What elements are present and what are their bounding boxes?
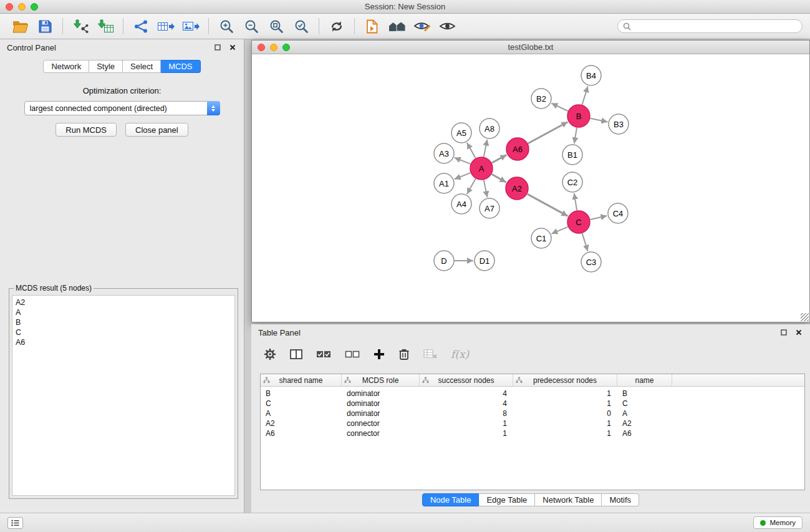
graph-edge-A-A7[interactable] xyxy=(484,180,488,198)
open-document-button[interactable] xyxy=(360,16,385,37)
table-row[interactable]: A2 connector 1 1 A2 xyxy=(261,418,804,428)
cell-shared-name[interactable]: C xyxy=(261,399,342,408)
network-window-titlebar[interactable]: testGlobe.txt xyxy=(252,41,809,54)
minimize-window-button[interactable] xyxy=(18,3,26,11)
cell-successor-nodes[interactable]: 4 xyxy=(420,399,513,408)
column-header-name[interactable]: name xyxy=(617,374,672,386)
graph-edge-A-A5[interactable] xyxy=(467,143,476,158)
tab-network[interactable]: Network xyxy=(43,60,89,73)
table-options-button[interactable] xyxy=(264,347,276,362)
graph-node-A8[interactable]: A8 xyxy=(480,118,499,138)
graph-edge-B-B4[interactable] xyxy=(582,86,588,105)
cell-mcds-role[interactable]: dominator xyxy=(342,399,420,408)
cell-shared-name[interactable]: A xyxy=(261,409,342,418)
graph-node-B4[interactable]: B4 xyxy=(581,65,601,85)
cell-name[interactable]: B xyxy=(617,389,672,398)
cell-successor-nodes[interactable]: 8 xyxy=(420,409,513,418)
table-panel-float-button[interactable] xyxy=(779,328,788,337)
new-column-button[interactable] xyxy=(374,347,385,362)
zoom-window-button[interactable] xyxy=(31,3,38,11)
control-panel-float-button[interactable] xyxy=(213,43,222,52)
graph-node-A6[interactable]: A6 xyxy=(506,138,529,160)
cell-shared-name[interactable]: B xyxy=(261,389,342,398)
tab-edge-table[interactable]: Edge Table xyxy=(479,493,535,506)
graph-node-C2[interactable]: C2 xyxy=(562,172,582,192)
cell-shared-name[interactable]: A2 xyxy=(261,419,342,428)
zoom-out-button[interactable] xyxy=(239,16,264,37)
close-window-button[interactable] xyxy=(6,3,13,11)
tab-node-table[interactable]: Node Table xyxy=(422,493,480,506)
graph-edge-B-B1[interactable] xyxy=(574,128,577,143)
tab-network-table[interactable]: Network Table xyxy=(535,493,602,506)
export-network-button[interactable] xyxy=(128,16,153,37)
graph-edge-C-C2[interactable] xyxy=(574,193,577,210)
cell-name[interactable]: A6 xyxy=(617,429,672,438)
graph-node-B3[interactable]: B3 xyxy=(609,114,629,134)
cell-mcds-role[interactable]: connector xyxy=(342,419,420,428)
graph-node-B1[interactable]: B1 xyxy=(562,145,582,165)
cell-name[interactable]: C xyxy=(617,399,672,408)
column-header-predecessor-nodes[interactable]: predecessor nodes xyxy=(513,374,617,386)
graph-node-A1[interactable]: A1 xyxy=(434,173,454,193)
graph-node-B[interactable]: B xyxy=(567,105,590,127)
graph-edge-A6-B[interactable] xyxy=(528,122,568,144)
tab-style[interactable]: Style xyxy=(89,60,123,73)
graph-node-B2[interactable]: B2 xyxy=(531,89,551,109)
home-button[interactable] xyxy=(385,16,410,37)
graph-node-A3[interactable]: A3 xyxy=(434,143,454,163)
cell-predecessor-nodes[interactable]: 0 xyxy=(513,409,617,418)
control-panel-close-button[interactable] xyxy=(228,43,237,52)
network-zoom-button[interactable] xyxy=(282,44,290,51)
network-canvas[interactable]: B4B2BB3A5A8A6B1A3AC2A1A2A4A7C4CC1C3DD1 xyxy=(252,54,809,322)
cell-successor-nodes[interactable]: 1 xyxy=(420,419,513,428)
save-session-button[interactable] xyxy=(32,16,57,37)
apply-layout-button[interactable] xyxy=(324,16,349,37)
graph-node-C3[interactable]: C3 xyxy=(581,252,601,272)
column-header-mcds-role[interactable]: MCDS role xyxy=(342,374,420,386)
export-table-button[interactable] xyxy=(153,16,178,37)
table-row[interactable]: C dominator 4 1 C xyxy=(261,399,804,409)
criterion-dropdown[interactable]: largest connected component (directed) xyxy=(24,101,220,115)
table-row[interactable]: B dominator 4 1 B xyxy=(261,389,804,399)
graph-node-A2[interactable]: A2 xyxy=(506,177,528,200)
export-image-button[interactable] xyxy=(178,16,203,37)
graph-edge-C-C1[interactable] xyxy=(552,227,568,234)
cell-predecessor-nodes[interactable]: 1 xyxy=(513,399,617,408)
table-row[interactable]: A dominator 8 0 A xyxy=(261,409,804,418)
graph-edge-A-A6[interactable] xyxy=(492,155,507,163)
network-close-button[interactable] xyxy=(258,44,265,51)
cell-name[interactable]: A xyxy=(617,409,672,418)
close-mcds-panel-button[interactable]: Close panel xyxy=(125,123,188,137)
import-table-button[interactable] xyxy=(93,16,118,37)
graph-edge-A2-C[interactable] xyxy=(528,194,568,216)
graph-node-C4[interactable]: C4 xyxy=(608,203,628,223)
cell-name[interactable]: A2 xyxy=(617,419,672,428)
cell-successor-nodes[interactable]: 1 xyxy=(420,429,513,438)
mcds-result-list[interactable]: A2 A B C A6 xyxy=(12,295,235,496)
function-builder-button[interactable]: f(x) xyxy=(451,347,469,362)
graph-node-A4[interactable]: A4 xyxy=(451,194,471,214)
cell-successor-nodes[interactable]: 4 xyxy=(420,389,513,398)
tab-mcds[interactable]: MCDS xyxy=(161,60,200,73)
graph-edge-C-C3[interactable] xyxy=(582,233,588,251)
cell-predecessor-nodes[interactable]: 1 xyxy=(513,429,617,438)
graph-node-C[interactable]: C xyxy=(567,211,590,233)
deselect-all-button[interactable] xyxy=(345,347,360,362)
graph-node-A7[interactable]: A7 xyxy=(480,198,499,218)
show-columns-button[interactable] xyxy=(290,347,302,362)
table-panel-close-button[interactable] xyxy=(794,328,803,337)
cell-predecessor-nodes[interactable]: 1 xyxy=(513,389,617,398)
graph-node-C1[interactable]: C1 xyxy=(531,228,551,248)
cell-predecessor-nodes[interactable]: 1 xyxy=(513,419,617,428)
network-minimize-button[interactable] xyxy=(270,44,277,51)
cell-mcds-role[interactable]: connector xyxy=(342,429,420,438)
graph-edge-A-A8[interactable] xyxy=(484,140,488,157)
column-header-successor-nodes[interactable]: successor nodes xyxy=(420,374,513,386)
open-session-button[interactable] xyxy=(7,16,32,37)
task-history-button[interactable] xyxy=(7,517,23,529)
delete-table-button[interactable] xyxy=(423,347,437,362)
style-preview-button[interactable] xyxy=(410,16,435,37)
cell-mcds-role[interactable]: dominator xyxy=(342,389,420,398)
column-header-shared-name[interactable]: shared name xyxy=(261,374,342,386)
window-resize-grip[interactable] xyxy=(801,313,809,321)
